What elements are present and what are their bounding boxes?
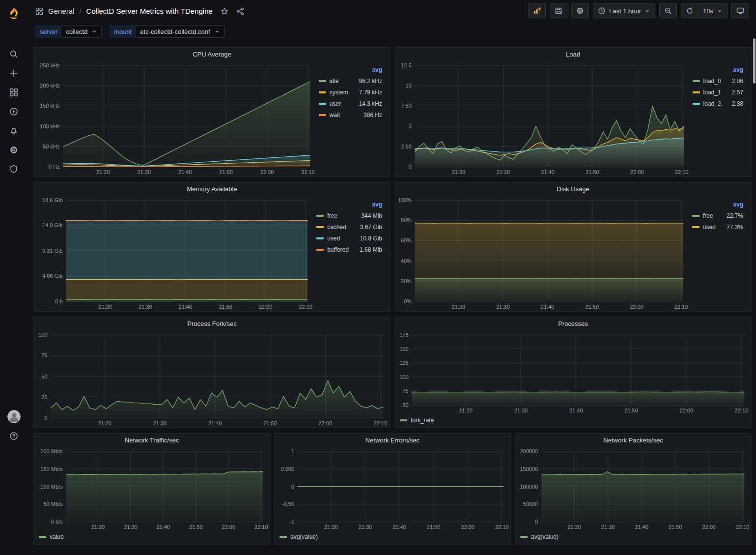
save-icon: [555, 7, 562, 15]
svg-text:22:00: 22:00: [461, 524, 475, 530]
dashboard-settings-button[interactable]: [571, 3, 589, 18]
svg-text:18.6 Gib: 18.6 Gib: [42, 197, 63, 203]
svg-text:21:20: 21:20: [452, 169, 466, 175]
chart-memory-available[interactable]: 0 b4.66 Gib9.31 Gib14.0 Gib18.6 Gib21:20…: [34, 195, 314, 311]
breadcrumb-section[interactable]: General: [48, 7, 74, 15]
breadcrumb: General / CollectD Server Metrics with T…: [35, 7, 244, 15]
panel-title[interactable]: Network Errors/sec: [275, 434, 510, 446]
svg-text:0 b: 0 b: [55, 298, 62, 304]
series-name: wait: [330, 112, 351, 118]
refresh-button[interactable]: [681, 3, 699, 18]
panel-title[interactable]: Load: [395, 48, 751, 60]
panel-title[interactable]: Network Packets/sec: [515, 434, 751, 446]
sidebar-item-search[interactable]: [0, 44, 28, 63]
panel-network-traffic-sec: Network Traffic/sec0 b/s50 Mb/s100 Mb/s1…: [33, 433, 270, 545]
legend-item[interactable]: used77.3%: [692, 221, 743, 233]
panel-title[interactable]: Memory Available: [34, 182, 390, 195]
panel-processes: Processes507510012515017521:2021:3021:40…: [394, 317, 752, 428]
series-avg-value: 10.8 Gib: [360, 235, 382, 242]
panel-title[interactable]: Disk Usage: [395, 182, 751, 195]
svg-text:50000: 50000: [523, 501, 538, 507]
svg-text:14.0 Gib: 14.0 Gib: [42, 222, 63, 228]
series-color-dash: [319, 80, 326, 82]
sidebar-item-create[interactable]: [0, 63, 28, 83]
apps-icon[interactable]: [35, 7, 43, 15]
grafana-logo[interactable]: [0, 0, 28, 28]
panel-title[interactable]: Network Traffic/sec: [34, 434, 270, 446]
time-range-picker[interactable]: Last 1 hour: [593, 3, 655, 18]
legend-item[interactable]: used10.8 Gib: [316, 233, 382, 244]
sidebar-item-help[interactable]: [0, 426, 28, 445]
legend-item[interactable]: load_22.38: [693, 98, 743, 109]
legend-item[interactable]: user14.3 kHz: [319, 98, 382, 109]
variable-value-dropdown[interactable]: etc-collectd-collectd.conf: [136, 25, 224, 38]
svg-text:21:30: 21:30: [139, 304, 152, 310]
svg-text:0: 0: [409, 164, 412, 170]
svg-text:21:40: 21:40: [541, 169, 555, 175]
legend-item[interactable]: free344 Mib: [316, 210, 382, 221]
share-icon[interactable]: [236, 7, 244, 15]
star-icon[interactable]: [221, 7, 228, 15]
legend-item[interactable]: system7.79 kHz: [319, 87, 382, 98]
chart-network-errors-sec[interactable]: -1-0.5000.500121:2021:3021:4021:5022:002…: [275, 446, 510, 531]
grafana-flame-icon: [5, 5, 22, 22]
legend-item[interactable]: avg(value): [520, 533, 559, 540]
panel-disk-usage: Disk Usage0%20%40%60%80%100%21:2021:3021…: [394, 182, 752, 312]
svg-text:22:10: 22:10: [495, 524, 509, 530]
series-color-dash: [319, 91, 326, 93]
sidebar-item-configuration[interactable]: [0, 140, 28, 159]
variable-server: server collectd: [35, 25, 102, 38]
variable-value-dropdown[interactable]: collectd: [62, 25, 102, 38]
svg-text:22:00: 22:00: [680, 408, 694, 413]
chart-network-packets-sec[interactable]: 05000010000015000020000021:2021:3021:402…: [515, 446, 751, 531]
legend-item[interactable]: load_02.86: [693, 75, 743, 87]
chart-disk-usage[interactable]: 0%20%40%60%80%100%21:2021:3021:4021:5022…: [395, 195, 690, 311]
add-panel-button[interactable]: [528, 3, 546, 18]
legend-item[interactable]: idle96.2 kHz: [319, 75, 382, 87]
chart-load[interactable]: 02.5057.501012.521:2021:3021:4021:5022:0…: [395, 60, 691, 176]
svg-text:21:30: 21:30: [496, 304, 510, 310]
panel-title[interactable]: CPU Average: [34, 48, 390, 60]
sidebar-item-profile[interactable]: [0, 407, 28, 426]
variable-value-text: etc-collectd-collectd.conf: [140, 28, 210, 35]
svg-text:22:00: 22:00: [630, 169, 644, 175]
variable-label: server: [35, 25, 62, 38]
chart-cpu-average[interactable]: 0 Hz50 kHz100 kHz150 kHz200 kHz250 kHz21…: [34, 60, 317, 176]
series-name: load_1: [703, 89, 732, 96]
scrollbar-track[interactable]: [753, 22, 756, 555]
chart-process-fork-sec[interactable]: 025507510021:2021:3021:4021:5022:0022:10: [34, 330, 390, 428]
page-title: CollectD Server Metrics with TDengine: [86, 7, 213, 15]
legend-item[interactable]: cached3.67 Gib: [316, 221, 382, 233]
legend-item[interactable]: avg(value): [280, 533, 318, 540]
legend-item[interactable]: free22.7%: [692, 210, 743, 221]
tv-mode-button[interactable]: [731, 3, 749, 18]
svg-text:0: 0: [535, 519, 538, 525]
chart-processes[interactable]: 507510012515017521:2021:3021:4021:5022:0…: [395, 330, 751, 415]
panel-title[interactable]: Processes: [395, 317, 751, 330]
svg-text:21:20: 21:20: [91, 524, 105, 530]
chart-network-traffic-sec[interactable]: 0 b/s50 Mb/s100 Mb/s150 Mb/s200 Mb/s21:2…: [34, 446, 270, 531]
svg-text:21:40: 21:40: [392, 524, 406, 530]
sidebar-item-dashboards[interactable]: [0, 83, 28, 102]
legend-item[interactable]: value: [39, 533, 64, 540]
svg-text:22:10: 22:10: [736, 524, 750, 530]
legend-item[interactable]: wait386 Hz: [319, 109, 382, 120]
sidebar-item-explore[interactable]: [0, 102, 28, 121]
zoom-out-button[interactable]: [659, 3, 677, 18]
svg-text:21:40: 21:40: [569, 408, 583, 413]
svg-text:21:40: 21:40: [178, 169, 192, 175]
search-icon: [9, 50, 18, 58]
panel-title[interactable]: Process Fork/sec: [34, 317, 390, 330]
legend-item[interactable]: load_12.57: [693, 87, 743, 98]
legend-item[interactable]: buffered1.68 Mib: [316, 244, 382, 255]
svg-text:21:50: 21:50: [586, 169, 599, 175]
sidebar-item-server-admin[interactable]: [0, 159, 28, 178]
series-color-dash: [316, 249, 324, 251]
refresh-interval-picker[interactable]: 10s: [698, 3, 728, 18]
svg-text:0: 0: [291, 484, 294, 490]
legend-item[interactable]: fork_rate: [400, 417, 434, 424]
scrollbar-thumb[interactable]: [753, 38, 756, 84]
legend-avg-header: avg: [372, 64, 382, 75]
sidebar-item-alerting[interactable]: [0, 121, 28, 140]
save-dashboard-button[interactable]: [550, 3, 567, 18]
